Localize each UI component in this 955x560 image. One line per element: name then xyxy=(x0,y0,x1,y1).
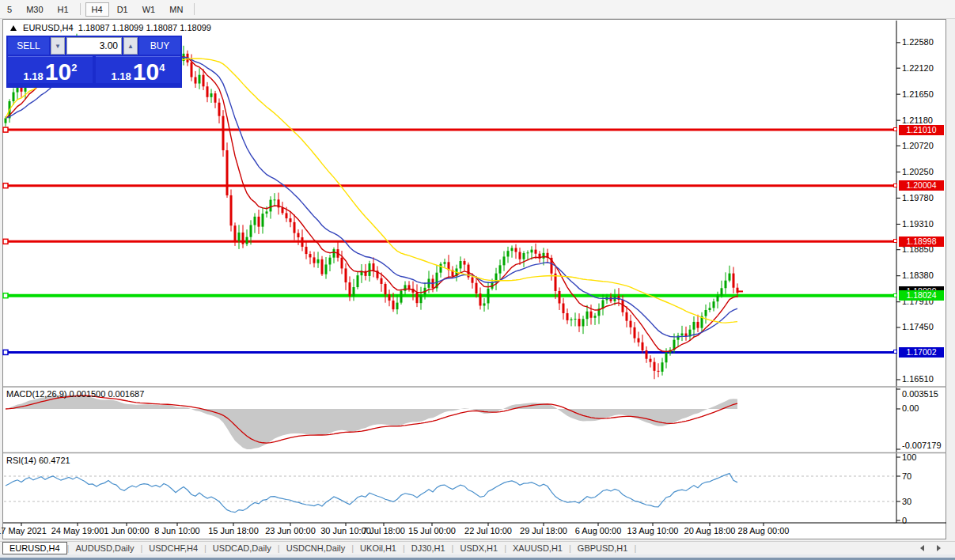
time-axis-tick: 1 Jun 00:00 xyxy=(104,526,150,535)
time-axis-tick: 6 Aug 00:00 xyxy=(575,526,622,535)
sell-button[interactable]: SELL xyxy=(8,37,49,55)
tab-separator: | xyxy=(634,543,636,553)
time-axis-tick: 28 Aug 00:00 xyxy=(738,526,790,535)
timeframe-button-5[interactable]: 5 xyxy=(1,2,18,17)
chart-tab-dj30[interactable]: DJ30,H1 xyxy=(405,543,452,554)
price-axis-tick: 1.20720 xyxy=(902,141,934,150)
sell-price-prefix: 1.18 xyxy=(24,70,44,82)
chart-tab-eurusd[interactable]: EURUSD,H4 xyxy=(2,542,67,554)
timeframe-button-d1[interactable]: D1 xyxy=(111,2,135,17)
price-axis-tick: 1.19310 xyxy=(902,219,934,229)
buy-price-pip: 4 xyxy=(159,62,165,73)
price-axis-tick: 1.21650 xyxy=(902,89,934,99)
time-axis-tick: 23 Jun 00:00 xyxy=(265,526,316,535)
chart-tab-usdcad[interactable]: USDCAD,Daily xyxy=(207,543,278,554)
buy-button[interactable]: BUY xyxy=(139,37,180,55)
price-line-label: 1.18998 xyxy=(899,236,944,247)
macd-axis-tick: -0.007179 xyxy=(902,441,942,450)
time-axis-tick: 29 Jul 18:00 xyxy=(520,526,567,535)
volume-up-stepper[interactable]: ▲ xyxy=(123,37,138,55)
price-axis-tick: 1.16510 xyxy=(902,374,934,384)
time-axis-tick: 20 Aug 18:00 xyxy=(684,526,736,535)
timeframe-button-w1[interactable]: W1 xyxy=(136,2,162,17)
one-click-trade-panel: SELL ▼ ▲ BUY 1.18 10 2 1.18 10 4 xyxy=(6,36,182,88)
chart-tab-bar: EURUSD,H4|AUDUSD,Daily|USDCHF,H4|USDCAD,… xyxy=(0,541,955,554)
chart-title: EURUSD,H4 1.18087 1.18099 1.18087 1.1809… xyxy=(10,23,211,32)
sell-price-main: 10 xyxy=(45,62,71,82)
volume-down-stepper[interactable]: ▼ xyxy=(51,37,65,55)
rsi-axis-tick: 100 xyxy=(902,452,916,462)
price-axis-tick: 1.18380 xyxy=(902,271,934,280)
price-line-axis-anchor xyxy=(893,184,897,187)
window-bottom-edge xyxy=(0,554,955,560)
rsi-indicator-label: RSI(14) 60.4721 xyxy=(6,456,70,465)
tab-scroll-left-icon[interactable] xyxy=(920,545,924,551)
price-line-label: 1.20004 xyxy=(899,180,944,191)
rsi-axis-tick: 70 xyxy=(902,471,911,481)
time-axis-tick: 13 Aug 10:00 xyxy=(627,526,679,535)
timeframe-button-h4[interactable]: H4 xyxy=(85,2,109,17)
price-line-label: 1.18024 xyxy=(899,290,944,301)
chart-tab-ukoil[interactable]: UKOil,H1 xyxy=(354,543,403,554)
timeframe-button-mn[interactable]: MN xyxy=(163,2,189,17)
time-axis-tick: 17 May 2021 xyxy=(0,526,47,535)
price-axis-tick: 1.22120 xyxy=(902,63,934,73)
chart-symbol-period: EURUSD,H4 xyxy=(23,23,74,32)
price-axis-tick: 1.21180 xyxy=(902,115,933,125)
price-line-axis-anchor xyxy=(893,350,897,354)
macd-axis-tick: 0.003515 xyxy=(902,389,938,399)
price-axis-tick: 1.17450 xyxy=(902,322,934,331)
mt4-window: 5M30H1H4D1W1MN EURUSD,H4 1.18087 1.18099… xyxy=(0,0,955,560)
chart-tab-gbpusd[interactable]: GBPUSD,H1 xyxy=(571,543,635,554)
time-axis-tick: 24 May 19:00 xyxy=(51,526,104,535)
chart-tab-usdx[interactable]: USDX,H1 xyxy=(453,543,504,554)
price-line-label: 1.17002 xyxy=(899,347,944,358)
price-axis-tick: 1.22580 xyxy=(902,37,934,47)
time-axis-tick: 22 Jul 10:00 xyxy=(464,526,512,535)
timeframe-button-m30[interactable]: M30 xyxy=(20,2,49,17)
sell-price[interactable]: 1.18 10 2 xyxy=(8,56,93,83)
chart-tab-audusd[interactable]: AUDUSD,Daily xyxy=(69,543,140,554)
collapse-panel-icon[interactable] xyxy=(10,25,17,31)
price-line-axis-anchor xyxy=(893,293,897,297)
price-line-axis-anchor xyxy=(893,127,897,131)
tab-scroll-arrows xyxy=(920,545,955,551)
macd-axis-tick: 0.00 xyxy=(902,403,919,413)
buy-price-main: 10 xyxy=(133,62,159,82)
time-axis-tick: 8 Jun 10:00 xyxy=(154,526,200,535)
time-axis-tick: 15 Jul 00:00 xyxy=(408,526,456,535)
chart-tab-xauusd[interactable]: XAUUSD,H1 xyxy=(506,543,569,554)
timeframe-button-h1[interactable]: H1 xyxy=(51,2,75,17)
price-line-axis-anchor xyxy=(893,239,897,243)
tab-scroll-right-icon[interactable] xyxy=(937,545,941,551)
time-axis-tick: 7 Jul 18:00 xyxy=(362,526,405,535)
timeframe-toolbar: 5M30H1H4D1W1MN xyxy=(0,0,955,19)
rsi-axis-tick: 0 xyxy=(902,516,907,525)
chart-ohlc-values: 1.18087 1.18099 1.18087 1.18099 xyxy=(78,23,211,32)
time-axis-tick: 15 Jun 18:00 xyxy=(208,526,259,535)
price-axis-tick: 1.20250 xyxy=(902,167,934,176)
toolbar-separator xyxy=(194,3,195,15)
rsi-axis-tick: 30 xyxy=(902,497,911,506)
chart-tab-usdchf[interactable]: USDCHF,H4 xyxy=(142,543,204,554)
buy-price-prefix: 1.18 xyxy=(112,70,131,82)
price-axis-tick: 1.19780 xyxy=(902,193,934,202)
chart-tab-usdcnh[interactable]: USDCNH,Daily xyxy=(280,543,352,554)
buy-price[interactable]: 1.18 10 4 xyxy=(96,56,180,83)
chart-canvas[interactable] xyxy=(2,19,946,539)
toolbar-separator xyxy=(80,3,81,15)
price-line-label: 1.21010 xyxy=(899,125,944,135)
volume-input[interactable] xyxy=(66,37,122,55)
sell-price-pip: 2 xyxy=(71,62,77,73)
macd-indicator-label: MACD(12,26,9) 0.001500 0.001687 xyxy=(6,389,144,399)
